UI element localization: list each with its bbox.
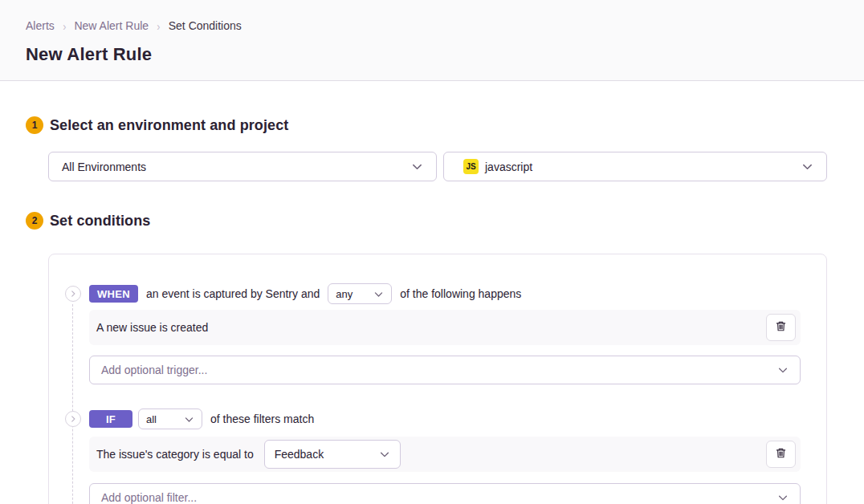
breadcrumb-alerts[interactable]: Alerts (26, 19, 55, 32)
javascript-platform-icon: JS (463, 159, 479, 174)
project-select-value: javascript (485, 161, 532, 173)
step-1-header: 1 Select an environment and project (26, 116, 827, 134)
environment-select[interactable]: All Environments (48, 152, 437, 181)
if-badge: IF (89, 410, 132, 428)
conditions-card: WHEN an event is captured by Sentry and … (48, 254, 827, 504)
filter-value: Feedback (275, 448, 324, 461)
when-text-after: of the following happens (400, 287, 521, 300)
chevron-down-icon (801, 161, 813, 173)
environment-project-row: All Environments JS javascript (48, 152, 827, 181)
chevron-circle-icon (65, 286, 81, 302)
environment-select-value: All Environments (62, 161, 146, 173)
when-badge: WHEN (89, 285, 138, 303)
when-match-select[interactable]: any (328, 283, 392, 304)
page-header: Alerts › New Alert Rule › Set Conditions… (0, 0, 864, 81)
step-2-number-badge: 2 (26, 212, 43, 230)
step-1-number-badge: 1 (26, 116, 43, 134)
if-match-select[interactable]: all (138, 408, 202, 429)
page-title: New Alert Rule (26, 44, 838, 65)
when-condition-header: WHEN an event is captured by Sentry and … (65, 283, 801, 304)
trash-icon (775, 320, 787, 335)
chevron-down-icon (379, 449, 390, 460)
breadcrumb-set-conditions: Set Conditions (169, 19, 242, 32)
project-select[interactable]: JS javascript (443, 152, 827, 181)
filter-rule-row: The issue's category is equal to Feedbac… (89, 437, 801, 472)
filter-rule-label: The issue's category is equal to (96, 448, 254, 461)
add-trigger-placeholder: Add optional trigger... (101, 364, 207, 376)
step-2-header: 2 Set conditions (26, 212, 827, 230)
condition-connector-line (72, 304, 73, 504)
breadcrumb-new-alert-rule[interactable]: New Alert Rule (74, 19, 149, 32)
trigger-rule-label: A new issue is created (96, 321, 208, 334)
if-text-after: of these filters match (210, 413, 314, 425)
step-2-title: Set conditions (50, 213, 150, 230)
add-optional-filter-select[interactable]: Add optional filter... (89, 483, 801, 504)
chevron-down-icon (777, 364, 789, 376)
trigger-rule-row: A new issue is created (89, 310, 801, 345)
chevron-down-icon (777, 492, 789, 503)
delete-trigger-button[interactable] (766, 314, 796, 341)
add-optional-trigger-select[interactable]: Add optional trigger... (89, 356, 801, 384)
chevron-down-icon (411, 161, 423, 173)
filter-value-select[interactable]: Feedback (264, 440, 401, 469)
delete-filter-button[interactable] (766, 441, 796, 468)
when-match-value: any (336, 288, 353, 300)
main-content: 1 Select an environment and project All … (0, 116, 864, 504)
breadcrumb: Alerts › New Alert Rule › Set Conditions (26, 19, 838, 32)
when-text-before: an event is captured by Sentry and (146, 287, 320, 300)
breadcrumb-separator-icon: › (157, 18, 160, 33)
chevron-down-icon (184, 414, 194, 425)
breadcrumb-separator-icon: › (63, 18, 66, 33)
step-1-title: Select an environment and project (50, 117, 288, 134)
add-filter-placeholder: Add optional filter... (101, 491, 197, 504)
if-match-value: all (146, 413, 157, 425)
trash-icon (775, 447, 787, 461)
chevron-down-icon (373, 289, 384, 299)
if-condition-header: IF all of these filters match (65, 408, 801, 429)
chevron-circle-icon (65, 411, 81, 427)
